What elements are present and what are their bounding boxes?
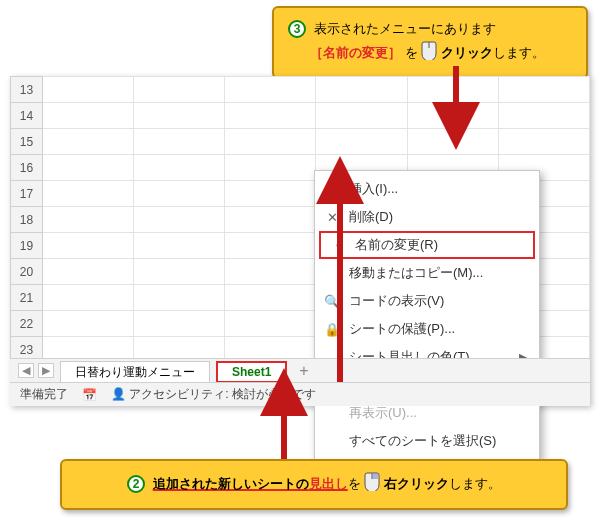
ctx-rename[interactable]: • 名前の変更(R) xyxy=(319,231,535,259)
sheet-context-menu: 挿入(I)... ✕ 削除(D) • 名前の変更(R) 移動またはコピー(M).… xyxy=(314,170,540,460)
sheet-tab-2[interactable]: Sheet1 xyxy=(216,361,287,383)
callout-text: します。 xyxy=(493,45,545,60)
mouse-icon xyxy=(364,471,380,498)
status-ready: 準備完了 xyxy=(20,386,68,403)
tab-nav-prev[interactable]: ◀ xyxy=(18,363,34,378)
spreadsheet-window: 1314151617181920212223 挿入(I)... ✕ 削除(D) … xyxy=(10,76,590,406)
cell[interactable] xyxy=(225,103,316,129)
cell[interactable] xyxy=(225,155,316,181)
cell[interactable] xyxy=(43,103,134,129)
cell[interactable] xyxy=(43,233,134,259)
ctx-label: シートの保護(P)... xyxy=(349,320,455,338)
callout-text: 表示されたメニューにあります xyxy=(314,21,496,36)
cell[interactable] xyxy=(225,181,316,207)
step-number-2: 2 xyxy=(127,475,145,493)
add-sheet-button[interactable]: + xyxy=(293,362,314,380)
cell[interactable] xyxy=(225,207,316,233)
ctx-label: コードの表示(V) xyxy=(349,292,444,310)
cell[interactable] xyxy=(498,129,589,155)
cell[interactable] xyxy=(225,233,316,259)
cell[interactable] xyxy=(225,285,316,311)
cell[interactable] xyxy=(316,77,407,103)
ctx-label: 挿入(I)... xyxy=(349,180,398,198)
cell[interactable] xyxy=(134,129,225,155)
cell[interactable] xyxy=(43,181,134,207)
cell[interactable] xyxy=(134,207,225,233)
ctx-label: 再表示(U)... xyxy=(349,404,417,422)
row-header[interactable]: 21 xyxy=(11,285,43,311)
cell[interactable] xyxy=(43,259,134,285)
row-header[interactable]: 14 xyxy=(11,103,43,129)
callout-text: を xyxy=(348,476,361,491)
cell[interactable] xyxy=(134,77,225,103)
row-header[interactable]: 15 xyxy=(11,129,43,155)
mouse-icon xyxy=(421,40,437,67)
ctx-label: 移動またはコピー(M)... xyxy=(349,264,483,282)
cell[interactable] xyxy=(134,233,225,259)
cell[interactable] xyxy=(225,259,316,285)
row-header[interactable]: 13 xyxy=(11,77,43,103)
cell[interactable] xyxy=(407,103,498,129)
row-header[interactable]: 19 xyxy=(11,233,43,259)
cell[interactable] xyxy=(43,285,134,311)
lock-icon: 🔒 xyxy=(323,322,341,337)
row-header[interactable]: 20 xyxy=(11,259,43,285)
cell[interactable] xyxy=(225,311,316,337)
cell[interactable] xyxy=(316,103,407,129)
cell[interactable] xyxy=(43,207,134,233)
bullet-icon: • xyxy=(329,238,347,253)
cell[interactable] xyxy=(225,77,316,103)
row-header[interactable]: 22 xyxy=(11,311,43,337)
sheet-tab-1[interactable]: 日替わり運動メニュー xyxy=(60,361,210,383)
instruction-callout-top: 3 表示されたメニューにあります ［名前の変更］ を クリックします。 xyxy=(272,6,588,79)
row-header[interactable]: 18 xyxy=(11,207,43,233)
step-number-3: 3 xyxy=(288,20,306,38)
callout-text: クリック xyxy=(441,45,493,60)
status-text: アクセシビリティ: 検討が必要です xyxy=(129,387,316,401)
cell[interactable] xyxy=(43,77,134,103)
ctx-move-copy[interactable]: 移動またはコピー(M)... xyxy=(315,259,539,287)
cell[interactable] xyxy=(134,285,225,311)
ctx-insert[interactable]: 挿入(I)... xyxy=(315,175,539,203)
callout-text: 右クリック xyxy=(384,476,449,491)
cell[interactable] xyxy=(43,129,134,155)
row-header[interactable]: 17 xyxy=(11,181,43,207)
person-icon: 👤 xyxy=(111,387,126,401)
ctx-delete[interactable]: ✕ 削除(D) xyxy=(315,203,539,231)
sheet-tab-bar: ◀ ▶ 日替わり運動メニュー Sheet1 + xyxy=(10,358,590,382)
cell[interactable] xyxy=(134,311,225,337)
cell[interactable] xyxy=(498,103,589,129)
cell[interactable] xyxy=(43,311,134,337)
cell[interactable] xyxy=(43,155,134,181)
ctx-label: すべてのシートを選択(S) xyxy=(349,432,496,450)
callout-text: 追加された新しいシートの xyxy=(153,476,309,491)
cell[interactable] xyxy=(134,259,225,285)
instruction-callout-bottom: 2 追加された新しいシートの見出しを 右クリックします。 xyxy=(60,459,568,510)
cell[interactable] xyxy=(498,77,589,103)
row-header[interactable]: 16 xyxy=(11,155,43,181)
ctx-select-all[interactable]: すべてのシートを選択(S) xyxy=(315,427,539,455)
cell[interactable] xyxy=(316,129,407,155)
midashi-highlight: 見出し xyxy=(309,476,348,491)
delete-icon: ✕ xyxy=(323,210,341,225)
cell[interactable] xyxy=(407,77,498,103)
ctx-label: 削除(D) xyxy=(349,208,393,226)
tab-nav-next[interactable]: ▶ xyxy=(38,363,54,378)
svg-rect-2 xyxy=(372,473,378,479)
callout-text: を xyxy=(405,45,418,60)
ctx-view-code[interactable]: 🔍 コードの表示(V) xyxy=(315,287,539,315)
cell[interactable] xyxy=(225,129,316,155)
cell[interactable] xyxy=(134,181,225,207)
accessibility-status: 👤 アクセシビリティ: 検討が必要です xyxy=(111,386,316,403)
magnify-icon: 🔍 xyxy=(323,294,341,309)
ctx-protect[interactable]: 🔒 シートの保護(P)... xyxy=(315,315,539,343)
tab-nav[interactable]: ◀ ▶ xyxy=(18,363,54,378)
callout-text: します。 xyxy=(449,476,501,491)
status-bar: 準備完了 📅 👤 アクセシビリティ: 検討が必要です xyxy=(10,382,590,406)
cell[interactable] xyxy=(134,155,225,181)
cell[interactable] xyxy=(134,103,225,129)
rename-highlight: ［名前の変更］ xyxy=(310,45,401,60)
ctx-label: 名前の変更(R) xyxy=(355,236,438,254)
cell[interactable] xyxy=(407,129,498,155)
calendar-icon: 📅 xyxy=(82,388,97,402)
